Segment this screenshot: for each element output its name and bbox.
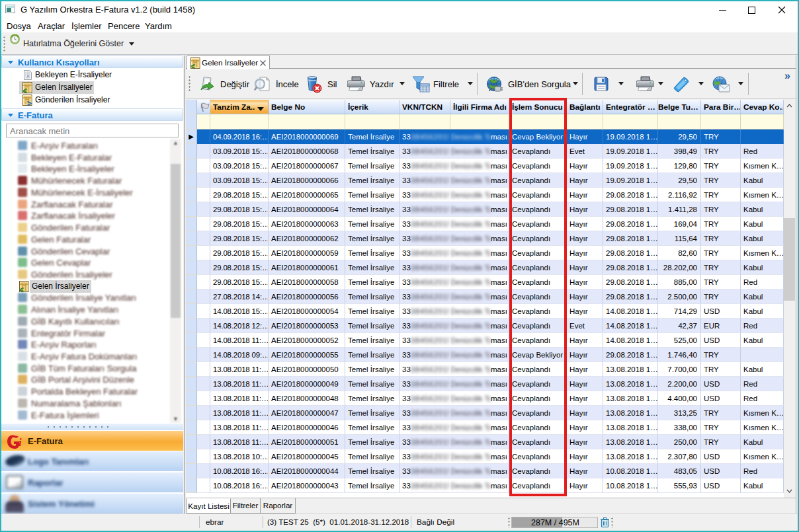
svg-text:i: i	[19, 436, 22, 449]
